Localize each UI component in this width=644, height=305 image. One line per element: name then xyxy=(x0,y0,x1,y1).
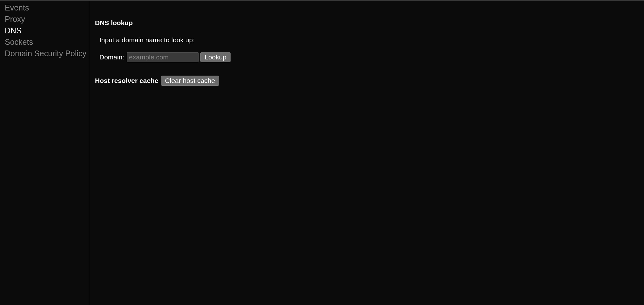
sidebar-item-sockets[interactable]: Sockets xyxy=(5,36,89,48)
dns-lookup-form-row: Domain: Lookup xyxy=(99,52,638,62)
dns-lookup-section: DNS lookup Input a domain name to look u… xyxy=(95,19,638,62)
sidebar: Events Proxy DNS Sockets Domain Security… xyxy=(0,1,89,305)
clear-host-cache-button[interactable]: Clear host cache xyxy=(161,76,219,86)
sidebar-item-domain-security-policy[interactable]: Domain Security Policy xyxy=(5,48,89,59)
domain-input[interactable] xyxy=(127,52,198,62)
lookup-button[interactable]: Lookup xyxy=(200,52,231,62)
dns-lookup-block: Input a domain name to look up: Domain: … xyxy=(95,36,638,62)
sidebar-item-proxy[interactable]: Proxy xyxy=(5,13,89,25)
sidebar-item-dns[interactable]: DNS xyxy=(5,25,89,36)
domain-label: Domain: xyxy=(99,53,124,61)
dns-lookup-title: DNS lookup xyxy=(95,19,638,27)
sidebar-item-events[interactable]: Events xyxy=(5,2,89,13)
host-resolver-cache-label: Host resolver cache xyxy=(95,77,158,85)
dns-lookup-prompt: Input a domain name to look up: xyxy=(99,36,638,44)
app-root: Events Proxy DNS Sockets Domain Security… xyxy=(0,0,644,305)
host-resolver-section: Host resolver cache Clear host cache xyxy=(95,76,638,86)
main-content: DNS lookup Input a domain name to look u… xyxy=(89,1,644,305)
